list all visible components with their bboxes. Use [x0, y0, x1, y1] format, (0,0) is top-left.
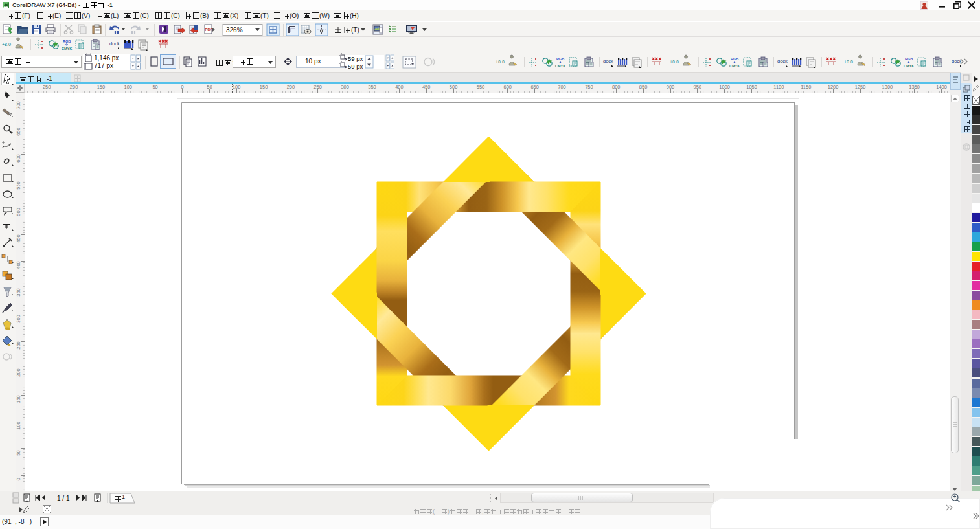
- svg-text:1 / 1: 1 / 1: [57, 495, 70, 502]
- svg-text:(T): (T): [351, 27, 359, 34]
- svg-text:326%: 326%: [226, 27, 243, 34]
- svg-text:+8.0: +8.0: [2, 42, 11, 47]
- svg-text:PDF: PDF: [205, 28, 213, 32]
